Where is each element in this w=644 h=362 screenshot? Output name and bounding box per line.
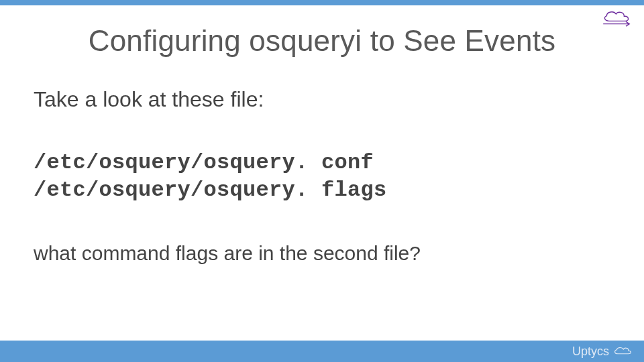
bottom-accent-bar: Uptycs <box>0 341 644 362</box>
brand-footer: Uptycs <box>572 345 632 359</box>
slide-body: Take a look at these file: /etc/osquery/… <box>34 87 610 265</box>
question-text: what command flags are in the second fil… <box>34 242 610 265</box>
top-accent-bar <box>0 0 644 5</box>
page-title: Configuring osqueryi to See Events <box>0 24 644 58</box>
intro-text: Take a look at these file: <box>34 87 610 112</box>
cloud-icon <box>612 345 632 357</box>
file-path-2: /etc/osquery/osquery. flags <box>34 177 610 204</box>
file-path-1: /etc/osquery/osquery. conf <box>34 149 610 177</box>
brand-label: Uptycs <box>572 345 609 359</box>
